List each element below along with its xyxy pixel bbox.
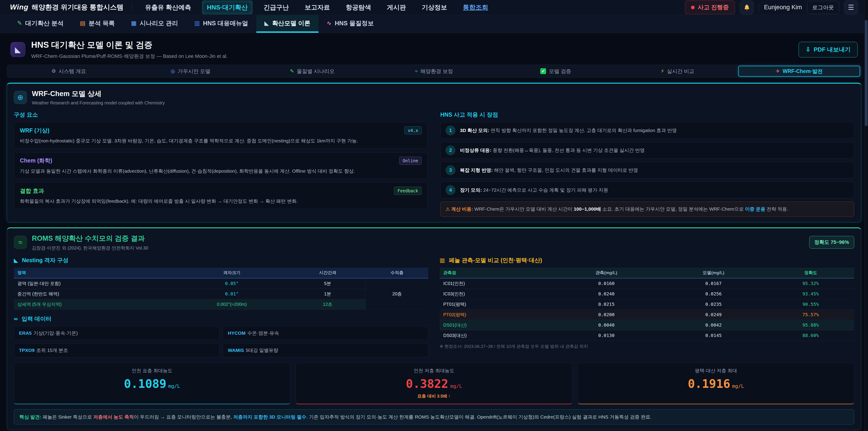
observed-cell: 0.0200 xyxy=(553,309,660,320)
page-header-text: HNS 대기확산 모델 이론 및 검증 WRF-Chem·Gaussian Pl… xyxy=(31,39,228,60)
tab-marine-correction[interactable]: ≈ 해양환경 보정 xyxy=(373,66,495,76)
roms-header: ≈ ROMS 해양확산 수치모의 검증 결과 김창겸·이문진 외 (2024),… xyxy=(14,234,854,251)
dataset-name: WAMIS xyxy=(228,348,244,353)
step-number: 4 xyxy=(445,185,456,195)
tab-wrf-chem-roadmap[interactable]: ✈ WRF-Chem·발전 xyxy=(738,66,860,76)
subtab-atmos-analysis[interactable]: ✎ 대기확산 분석 xyxy=(9,15,72,33)
tab-system-overview[interactable]: ⚙ 시스템 개요 xyxy=(8,66,130,76)
download-icon: ⇩ xyxy=(806,46,811,53)
table-row-warning: PT02(평택) 0.0200 0.0249 75.57% xyxy=(440,309,854,320)
menu-toggle-button[interactable]: ☰ xyxy=(844,0,858,14)
online-badge: Online xyxy=(399,157,422,165)
tab-model-validation[interactable]: ✔ 모델 검증 xyxy=(495,66,617,76)
table-row: IC01(인천) 0.0160 0.0167 95.32% xyxy=(440,278,854,289)
survey-note: ※ 현장조사: 2023.06.27~28 / 전체 10개 관측점 모두 모델… xyxy=(440,343,854,349)
accuracy-badge: 정확도 75~96% xyxy=(809,236,854,249)
time-step-cell: 5분 xyxy=(290,278,366,289)
column-header: 수직층 xyxy=(366,268,428,278)
incident-dot-icon xyxy=(691,6,694,9)
menu-item-hns-diffusion[interactable]: HNS·대기확산 xyxy=(202,0,252,14)
subtab-hns-substance-info[interactable]: ∿ HNS 물질정보 xyxy=(318,15,382,33)
chart-icon: ▥ xyxy=(440,257,445,263)
feedback-badge: Feedback xyxy=(394,187,422,195)
wrf-chem-subtitle: Weather Research and Forecasting model c… xyxy=(32,100,165,105)
subtab-hns-manual[interactable]: ▥ HNS 대응매뉴얼 xyxy=(186,15,256,33)
nav-divider xyxy=(132,3,132,12)
page-scrollbar[interactable] xyxy=(864,0,868,431)
model-cell: 0.0235 xyxy=(660,299,767,309)
step-number: 1 xyxy=(445,125,456,135)
key-finding-box: 핵심 발견: 페놀은 Sinker 특성으로 저층에서 농도 축적이 두드러짐 … xyxy=(14,409,854,425)
observed-cell: 0.0215 xyxy=(553,299,660,309)
subtab-analysis-list[interactable]: ▤ 분석 목록 xyxy=(72,15,123,33)
menu-item-weather[interactable]: 기상정보 xyxy=(417,0,452,14)
grid-size-cell: 0.01° xyxy=(174,288,290,299)
vertical-layers-cell: 20층 xyxy=(366,278,428,310)
tab-realtime-comparison[interactable]: ⚡ 실시간 비교 xyxy=(617,66,739,76)
advantages-column: HNS 사고 적용 시 장점 1 3D 확산 모의: 연직 방향 확산까지 포함… xyxy=(440,111,854,217)
logout-button[interactable]: 로그아웃 xyxy=(807,1,839,14)
notifications-button[interactable] xyxy=(740,0,754,14)
menu-item-oil-spill[interactable]: 유출유 확산예측 xyxy=(140,0,196,14)
subtab-diffusion-model-theory[interactable]: ◣ 확산모델 이론 xyxy=(256,15,319,33)
subtab-scenario-management[interactable]: ▦ 시나리오 관리 xyxy=(123,15,186,33)
component-card-chem: Chem (화학) Online 기상 모델과 동일한 시간 스텝에서 화학종의… xyxy=(14,152,428,179)
stat-unit: mg/L xyxy=(732,383,744,389)
warning-highlight: 이중 운용 xyxy=(745,206,765,212)
table-row: 광역 (일본·대만 포함) 0.05° 5분 20층 xyxy=(14,278,428,289)
components-column: 구성 요소 WRF (기상) v4.x 비정수압(non-hydrostatic… xyxy=(14,111,428,217)
ruler-icon: ◣ xyxy=(265,20,269,27)
menu-item-rescue[interactable]: 긴급구난 xyxy=(258,0,294,14)
advantage-title: 비정상류 대응: xyxy=(460,148,491,153)
scrollbar-thumb[interactable] xyxy=(865,20,868,126)
advantage-desc: 연직 방향 확산까지 포함한 정밀 농도장 계산. 고층 대기로의 확산과 fu… xyxy=(489,128,677,133)
book-icon: ▥ xyxy=(194,20,200,27)
stat-label: 인천 저층 최대농도 xyxy=(301,368,567,374)
stat-value: 0.3822 xyxy=(406,377,448,391)
column-header: 격자크기 xyxy=(174,268,290,278)
computation-cost-warning: ⚠ 계산 비용: WRF-Chem은 가우시안 모델 대비 계산 시간이 100… xyxy=(440,202,854,217)
dataset-desc: 5대강 일별유량 xyxy=(246,348,278,353)
page-header: ◣ HNS 대기확산 모델 이론 및 검증 WRF-Chem·Gaussian … xyxy=(7,37,861,61)
time-step-cell: 12초 xyxy=(290,299,366,309)
sub-navbar: ✎ 대기확산 분석 ▤ 분석 목록 ▦ 시나리오 관리 ▥ HNS 대응매뉴얼 … xyxy=(0,15,868,33)
station-cell: DS01(대산) xyxy=(440,320,553,330)
dna-icon: ∿ xyxy=(327,20,332,27)
subtab-label: 분석 목록 xyxy=(89,19,115,27)
pdf-export-button[interactable]: ⇩ PDF 내보내기 xyxy=(799,42,858,57)
dataset-name: TPXO9 xyxy=(19,348,35,353)
component-card-wrf: WRF (기상) v4.x 비정수압(non-hydrostatic) 중규모 … xyxy=(14,122,428,149)
gear-icon: ⚙ xyxy=(52,68,56,74)
top-navbar: Wing 해양환경 위기대응 통합시스템 유출유 확산예측 HNS·대기확산 긴… xyxy=(0,0,868,15)
app-logo: Wing 해양환경 위기대응 통합시스템 xyxy=(10,3,124,12)
stat-value: 0.1916 xyxy=(688,377,730,391)
station-cell: DS03(대산) xyxy=(440,330,553,341)
nesting-column: ◣ Nesting 격자 구성 영역 격자크기 시간간격 수직층 xyxy=(14,256,428,357)
menu-item-board[interactable]: 게시판 xyxy=(382,0,411,14)
step-number: 2 xyxy=(445,145,456,155)
finding-text: 이 두드러짐 → 표층 모니터링만으로는 불충분, xyxy=(134,414,233,420)
chart-icon: ▦ xyxy=(131,20,136,27)
nav-divider xyxy=(759,3,759,12)
warning-label: 계산 비용: xyxy=(451,206,473,212)
advantage-item: 3 복잡 지형 반영: 해안 절벽, 항만 구조물, 인접 도시의 건물 효과를… xyxy=(440,162,854,179)
stat-incheon-bottom: 인천 저층 최대농도 0.3822mg/L 표층 대비 3.5배 ↑ xyxy=(296,363,572,404)
column-header: 관측(mg/L) xyxy=(553,268,660,278)
advantage-item: 4 장기 모의: 24~72시간 예측으로 사고 수습 계획 및 장기 피해 평… xyxy=(440,182,854,198)
page-content: ◣ HNS 대기확산 모델 이론 및 검증 WRF-Chem·Gaussian … xyxy=(0,33,868,431)
app-title: 해양환경 위기대응 통합시스템 xyxy=(32,3,124,12)
roms-citation: 김창겸·이문진 외 (2024), 한국해양환경·안전학회지 Vol.30 xyxy=(32,245,148,251)
tab-gaussian-model[interactable]: ◎ 가우시안 모델 xyxy=(130,66,252,76)
accuracy-cell: 93.45% xyxy=(767,288,854,299)
version-badge: v4.x xyxy=(404,126,422,134)
menu-item-integrated-search[interactable]: 통합조회 xyxy=(458,0,493,14)
station-cell: PT01(평택) xyxy=(440,299,553,309)
accuracy-cell: 88.60% xyxy=(767,330,854,341)
tab-substance-scenarios[interactable]: ✎ 물질별 시나리오 xyxy=(251,66,373,76)
finding-text: 페놀은 Sinker 특성으로 xyxy=(41,414,93,420)
menu-item-reports[interactable]: 보고자료 xyxy=(300,0,335,14)
wrf-chem-title: WRF-Chem 모델 상세 xyxy=(32,89,165,98)
input-data-card: WAMIS5대강 일별유량 xyxy=(223,343,428,357)
menu-item-aerial-search[interactable]: 항공탐색 xyxy=(341,0,376,14)
subtab-label: HNS 대응매뉴얼 xyxy=(203,19,248,27)
